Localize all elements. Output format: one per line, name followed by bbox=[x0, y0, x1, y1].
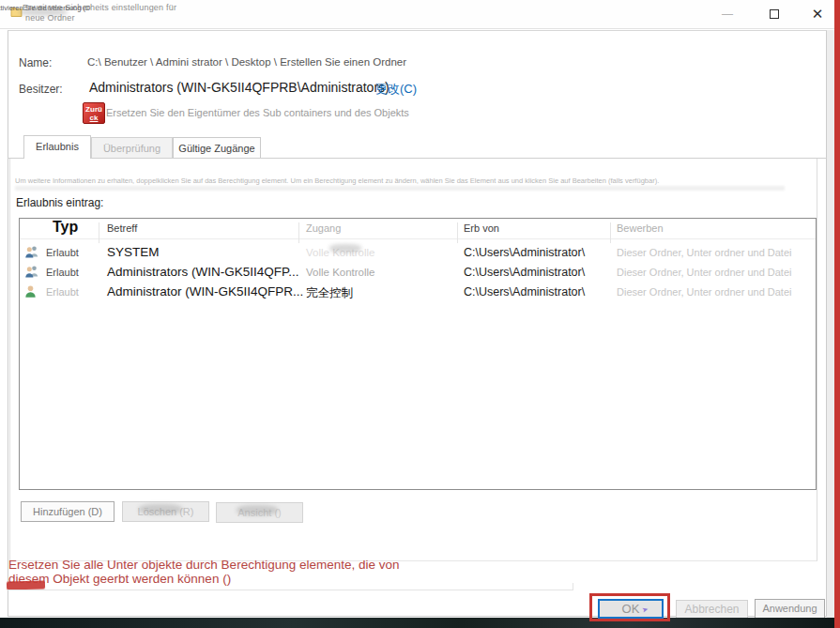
cell-type: Erlaubt bbox=[46, 247, 79, 258]
cursor-icon: ➤ bbox=[640, 601, 650, 618]
bottom-bar bbox=[0, 618, 840, 628]
column-header-inherited-from[interactable]: Erb von bbox=[464, 222, 499, 234]
help-text: Um weitere Informationen zu erhalten, do… bbox=[15, 176, 815, 185]
cell-type: Erlaubt bbox=[46, 286, 79, 298]
tab-auditing[interactable]: Überprüfung bbox=[91, 137, 173, 159]
replace-owner-checkbox-label[interactable]: Ersetzen Sie den Eigentümer des Sub cont… bbox=[106, 107, 409, 118]
maximize-icon bbox=[770, 9, 779, 19]
footer-divider bbox=[8, 590, 573, 590]
smudge-artifact bbox=[237, 505, 278, 515]
cancel-button[interactable]: Abbrechen bbox=[676, 600, 748, 619]
cell-principal: Administrator (WIN-GK5II4QFPR... bbox=[107, 284, 303, 299]
smudge-artifact bbox=[19, 8, 68, 16]
user-icon bbox=[24, 284, 38, 302]
add-button[interactable]: Hinzufügen (D) bbox=[21, 501, 115, 522]
cell-applies-to: Dieser Ordner, Unter ordner und Datei bbox=[617, 247, 791, 258]
tab-permissions[interactable]: Erlaubnis bbox=[23, 135, 91, 159]
maximize-button[interactable] bbox=[760, 4, 788, 24]
permission-entries-table[interactable]: Typ Betreff Zugang Erb von Bewerben Erla… bbox=[19, 218, 817, 490]
cell-inherited-from: C:\Users\Administrator\ bbox=[464, 285, 585, 299]
advanced-security-settings-dialog: Erweiterte Sicherheits einstellungen für… bbox=[0, 0, 840, 628]
stamp-text-line1: Zurü bbox=[84, 105, 104, 114]
column-header-access[interactable]: Zugang bbox=[306, 222, 341, 234]
user-group-icon bbox=[24, 245, 40, 263]
cell-access: 完全控制 bbox=[306, 285, 353, 301]
column-divider bbox=[610, 222, 611, 243]
table-row[interactable]: Erlaubt SYSTEM Volle Kontrolle C:\Users\… bbox=[20, 242, 816, 262]
close-button[interactable]: ✕ bbox=[803, 4, 832, 24]
column-divider bbox=[99, 222, 99, 243]
cell-access: Volle Kontrolle bbox=[306, 267, 375, 278]
change-owner-link[interactable]: 更改(C) bbox=[375, 81, 417, 98]
table-row[interactable]: Erlaubt Administrator (WIN-GK5II4QFPR...… bbox=[20, 282, 816, 301]
red-edge-annotation bbox=[834, 0, 840, 628]
zurueck-stamp-annotation: Zurü ck bbox=[83, 102, 105, 124]
user-group-icon bbox=[24, 265, 40, 283]
cell-applies-to: Dieser Ordner, Unter ordner und Datei bbox=[617, 267, 791, 278]
cell-principal: Administrators (WIN-GK5II4QFP... bbox=[107, 265, 299, 279]
column-divider bbox=[298, 222, 299, 243]
smudge-artifact bbox=[139, 504, 182, 514]
table-header-row: Typ Betreff Zugang Erb von Bewerben bbox=[20, 219, 816, 239]
column-header-type[interactable]: Typ bbox=[53, 219, 78, 236]
stamp-text-line2: ck bbox=[84, 114, 104, 122]
ok-button[interactable]: OK ➤ bbox=[598, 599, 664, 619]
cell-inherited-from: C:\Users\Administrator\ bbox=[464, 246, 585, 259]
ok-label: OK bbox=[622, 602, 640, 616]
cell-type: Erlaubt bbox=[46, 267, 79, 278]
apply-button[interactable]: Anwendung (A) bbox=[755, 599, 825, 619]
permission-entries-label: Erlaubnis eintrag: bbox=[16, 196, 103, 209]
name-label: Name: bbox=[19, 56, 52, 69]
name-value: C:\ Benutzer \ Admini strator \ Desktop … bbox=[87, 56, 406, 68]
column-divider bbox=[457, 222, 458, 243]
smudge-artifact bbox=[329, 244, 361, 253]
column-header-applies-to[interactable]: Bewerben bbox=[617, 222, 664, 234]
replace-child-permissions-label-line1[interactable]: Ersetzen Sie alle Unter objekte durch Be… bbox=[8, 558, 400, 572]
cell-inherited-from: C:\Users\Administrator\ bbox=[464, 266, 585, 279]
tab-effective-access[interactable]: Gültige Zugänge bbox=[173, 137, 261, 159]
footer-divider-stub bbox=[573, 583, 573, 590]
owner-value: Administrators (WIN-GK5II4QFPRB\Administ… bbox=[89, 80, 389, 95]
cell-principal: SYSTEM bbox=[107, 245, 160, 259]
tab-divider bbox=[8, 158, 827, 159]
cell-applies-to: Dieser Ordner, Unter ordner und Datei bbox=[617, 286, 791, 298]
smudge-artifact bbox=[15, 186, 785, 191]
minimize-button[interactable]: — bbox=[713, 4, 741, 24]
column-header-principal[interactable]: Betreff bbox=[107, 222, 137, 234]
owner-label: Besitzer: bbox=[19, 83, 63, 96]
titlebar: Erweiterte Sicherheits einstellungen für… bbox=[0, 0, 840, 29]
table-row[interactable]: Erlaubt Administrators (WIN-GK5II4QFP...… bbox=[20, 262, 816, 282]
